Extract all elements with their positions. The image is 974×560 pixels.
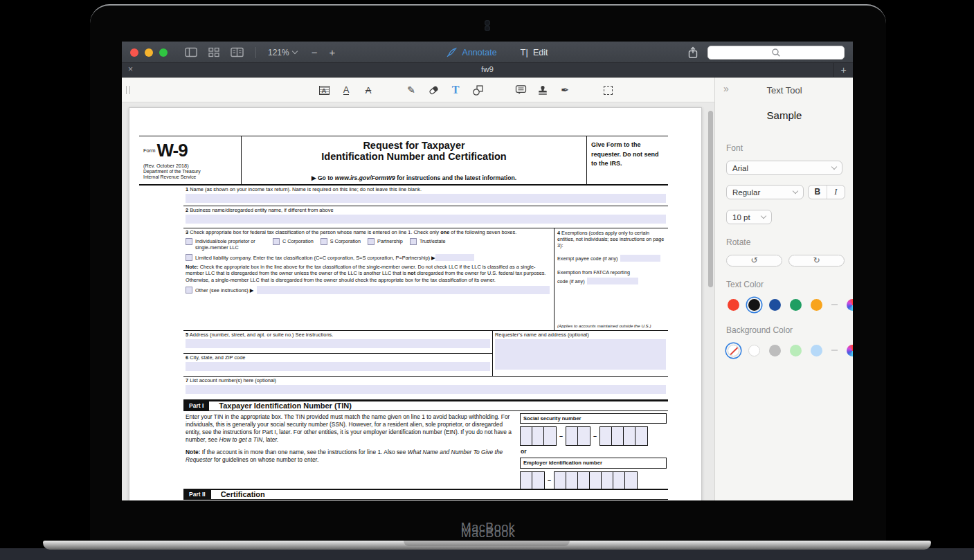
ein-cell[interactable] [532, 472, 544, 489]
toolbar-drag-handle[interactable] [126, 86, 130, 94]
stamp-tool-button[interactable] [534, 81, 551, 99]
llc-checkbox[interactable] [186, 254, 192, 261]
italic-button[interactable]: I [827, 186, 845, 199]
no-color-slash-icon [728, 345, 739, 356]
account-numbers-input[interactable] [186, 385, 666, 394]
form-title-line2: Identification Number and Certification [246, 151, 582, 162]
form-title-line1: Request for Taxpayer [246, 140, 582, 151]
select-tool-button[interactable] [599, 81, 616, 99]
zoom-in-button[interactable]: + [326, 46, 338, 58]
ein-cell[interactable] [625, 472, 637, 489]
ssn-cell[interactable] [521, 427, 532, 445]
ein-cell[interactable] [613, 472, 625, 489]
signature-pen-icon: ✒ [561, 84, 569, 96]
background-color-wheel-swatch[interactable] [847, 345, 853, 356]
zoom-level-dropdown[interactable]: 121% [268, 48, 297, 57]
highlight-tool-button[interactable]: A [316, 81, 332, 99]
ssn-cell[interactable] [624, 427, 635, 445]
document-scrollbar[interactable] [708, 111, 713, 287]
annotate-tab[interactable]: Annotate [447, 47, 497, 57]
background-color-blue-swatch[interactable] [811, 345, 822, 356]
stamp-icon [537, 84, 548, 96]
pencil-tool-button[interactable]: ✎ [403, 81, 420, 99]
name-input[interactable] [186, 194, 666, 203]
form-line3-4: 3 Check appropriate box for federal tax … [183, 228, 668, 331]
strikethrough-tool-button[interactable]: A [360, 81, 377, 99]
search-input[interactable] [707, 46, 845, 60]
bold-button[interactable]: B [809, 186, 827, 199]
ssn-cell[interactable] [578, 427, 590, 445]
rotate-ccw-button[interactable]: ↺ [726, 255, 782, 267]
ssn-cell[interactable] [566, 427, 578, 445]
individual-checkbox[interactable] [186, 238, 192, 245]
background-color-swatches [728, 344, 849, 356]
new-tab-button[interactable]: + [833, 63, 853, 78]
chevron-down-icon [761, 213, 766, 219]
sidebar-toggle-button[interactable] [185, 47, 197, 57]
edit-tab[interactable]: T| Edit [521, 47, 548, 57]
trust-estate-checkbox[interactable] [410, 238, 417, 245]
rotate-cw-button[interactable]: ↻ [788, 255, 845, 267]
text-color-red-swatch[interactable] [728, 299, 739, 311]
ssn-cell[interactable] [544, 427, 556, 445]
ssn-cell[interactable] [532, 427, 544, 445]
font-family-select[interactable]: Arial [726, 161, 842, 175]
exempt-payee-code-input[interactable] [620, 255, 660, 262]
ein-cell[interactable] [578, 472, 590, 489]
address-input[interactable] [186, 339, 490, 348]
font-style-select[interactable]: Regular [726, 185, 804, 199]
share-button[interactable] [687, 46, 698, 59]
ein-cell[interactable] [554, 472, 566, 489]
font-section-label: Font [726, 143, 743, 153]
form-revision: (Rev. October 2018) [143, 163, 238, 169]
background-color-white-swatch[interactable] [748, 345, 760, 356]
city-state-zip-input[interactable] [186, 362, 490, 371]
text-color-orange-swatch[interactable] [811, 299, 822, 311]
document-area: Form W-9 (Rev. October 2018) Department … [122, 102, 714, 500]
background-color-green-swatch[interactable] [790, 345, 802, 356]
form-line3: 3 Check appropriate box for federal tax … [183, 228, 554, 330]
thumbnails-view-button[interactable] [208, 47, 219, 57]
c-corporation-checkbox[interactable] [273, 238, 280, 245]
s-corporation-checkbox[interactable] [321, 238, 327, 245]
form-line5-6: 5 Address (number, street, and apt. or s… [183, 331, 668, 377]
zoom-out-button[interactable]: − [309, 46, 321, 58]
two-page-view-button[interactable] [231, 47, 244, 57]
underline-tool-button[interactable]: A [338, 81, 354, 99]
business-name-input[interactable] [186, 215, 666, 224]
traffic-zoom-button[interactable] [159, 48, 168, 57]
shapes-tool-button[interactable] [469, 81, 486, 99]
text-edit-icon: T| [521, 47, 528, 57]
part1-chip: Part I [183, 401, 209, 411]
tab-bar: × fw9 + [122, 63, 853, 78]
ein-cell[interactable] [590, 472, 602, 489]
traffic-close-button[interactable] [130, 48, 138, 57]
ssn-cell[interactable] [612, 427, 624, 445]
text-color-black-swatch[interactable] [748, 299, 760, 311]
other-checkbox[interactable] [186, 287, 192, 293]
text-tool-button[interactable]: T [447, 81, 464, 99]
font-size-select[interactable]: 10 pt [726, 210, 772, 224]
ssn-cell[interactable] [600, 427, 612, 445]
text-color-green-swatch[interactable] [790, 299, 802, 311]
eraser-tool-button[interactable] [425, 81, 442, 99]
partnership-checkbox[interactable] [368, 238, 375, 245]
ein-cell[interactable] [566, 472, 578, 489]
other-input[interactable] [257, 286, 550, 294]
requester-input[interactable] [495, 339, 666, 370]
background-color-gray-swatch[interactable] [769, 345, 781, 356]
ein-cell[interactable] [521, 472, 532, 489]
dept-line2: Internal Revenue Service [143, 174, 238, 180]
ein-cell[interactable] [602, 472, 613, 489]
text-color-blue-swatch[interactable] [769, 299, 781, 311]
ssn-cell[interactable] [635, 427, 647, 445]
text-color-wheel-swatch[interactable] [847, 299, 853, 311]
signature-tool-button[interactable]: ✒ [557, 81, 573, 99]
background-color-none-swatch[interactable] [728, 345, 739, 356]
document-tab[interactable]: fw9 [122, 65, 853, 73]
fatca-code-input[interactable] [587, 278, 638, 284]
note-tool-button[interactable] [512, 81, 529, 99]
underline-icon: A [343, 85, 350, 95]
llc-classification-input[interactable] [435, 254, 474, 261]
traffic-minimize-button[interactable] [145, 48, 153, 57]
